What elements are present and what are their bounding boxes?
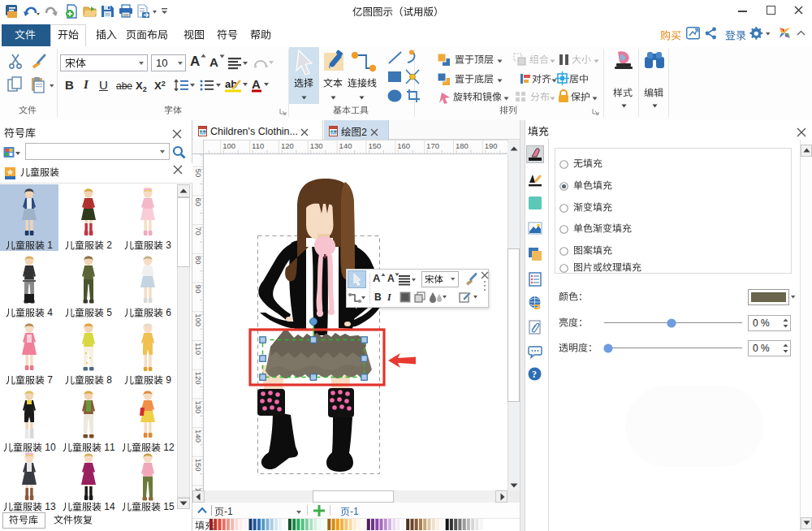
svg-text:170: 170 bbox=[426, 141, 439, 150]
svg-text:80: 80 bbox=[194, 256, 203, 265]
svg-text:110: 110 bbox=[252, 141, 264, 150]
svg-text:4: 4 bbox=[47, 307, 53, 318]
svg-text:5: 5 bbox=[106, 307, 112, 318]
svg-text:2: 2 bbox=[106, 240, 112, 251]
svg-text:5: 5 bbox=[169, 501, 175, 512]
svg-text:140: 140 bbox=[339, 141, 352, 150]
svg-text:1: 1 bbox=[104, 442, 110, 453]
svg-text:0: 0 bbox=[50, 442, 56, 453]
svg-text:2: 2 bbox=[169, 442, 175, 453]
svg-text:90: 90 bbox=[194, 285, 203, 294]
svg-text:1: 1 bbox=[45, 501, 50, 512]
svg-text:7: 7 bbox=[47, 374, 53, 386]
svg-text:1: 1 bbox=[104, 501, 110, 512]
svg-text:120: 120 bbox=[281, 141, 294, 150]
svg-text:1: 1 bbox=[47, 240, 53, 251]
svg-text:130: 130 bbox=[310, 141, 323, 150]
svg-text:1: 1 bbox=[110, 442, 115, 453]
svg-text:1: 1 bbox=[163, 442, 169, 453]
svg-text:8: 8 bbox=[106, 374, 112, 386]
svg-text:1: 1 bbox=[163, 501, 169, 512]
svg-text:60: 60 bbox=[194, 198, 203, 207]
svg-text:110: 110 bbox=[194, 343, 203, 355]
svg-text:1: 1 bbox=[353, 506, 359, 517]
svg-text:2: 2 bbox=[361, 127, 367, 138]
svg-text:1: 1 bbox=[45, 442, 50, 453]
svg-text:3: 3 bbox=[50, 501, 56, 512]
svg-text:3: 3 bbox=[166, 240, 171, 251]
svg-text:70: 70 bbox=[194, 227, 203, 235]
svg-text:100: 100 bbox=[222, 141, 235, 150]
svg-text:6: 6 bbox=[166, 307, 171, 318]
svg-text:160: 160 bbox=[397, 141, 410, 150]
svg-text:190: 190 bbox=[485, 141, 498, 150]
svg-text:ab: ab bbox=[225, 78, 237, 90]
svg-text:180: 180 bbox=[456, 141, 469, 150]
svg-text:4: 4 bbox=[110, 501, 115, 512]
svg-text:-: - bbox=[350, 506, 353, 517]
svg-text:-: - bbox=[224, 506, 227, 517]
svg-text:?: ? bbox=[532, 369, 537, 380]
svg-text:1: 1 bbox=[227, 506, 233, 517]
svg-text:50: 50 bbox=[194, 169, 203, 178]
svg-text:150: 150 bbox=[368, 141, 381, 150]
svg-text:9: 9 bbox=[166, 374, 171, 386]
svg-text:A: A bbox=[252, 77, 261, 91]
